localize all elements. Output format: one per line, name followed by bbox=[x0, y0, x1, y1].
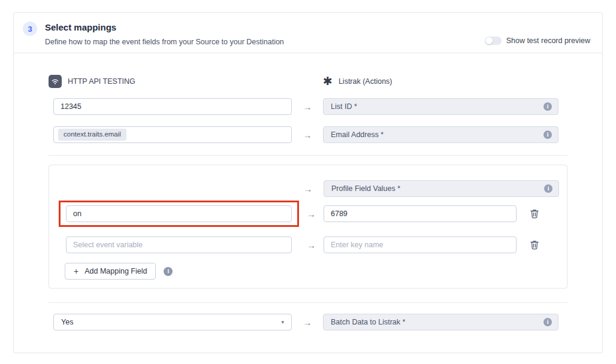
add-mapping-field-button[interactable]: + Add Mapping Field bbox=[65, 263, 156, 280]
destination-field-label: Email Address * bbox=[331, 131, 384, 139]
arrow-right-icon: → bbox=[292, 130, 323, 140]
toggle-switch-icon[interactable] bbox=[485, 37, 502, 45]
destination-column-header: ✱ Listrak (Actions) bbox=[323, 77, 392, 87]
add-mapping-field-row: + Add Mapping Field i bbox=[65, 263, 567, 280]
email-source-cell: context.traits.email bbox=[53, 126, 292, 143]
trash-icon bbox=[530, 240, 539, 250]
arrow-right-icon: → bbox=[299, 209, 324, 219]
key-name-cell bbox=[324, 236, 517, 253]
batch-destination-cell: Batch Data to Listrak * i bbox=[323, 314, 558, 330]
batch-source-cell: Yes ▾ bbox=[53, 314, 292, 330]
source-name: HTTP API TESTING bbox=[68, 77, 135, 86]
mappings-content: HTTP API TESTING ✱ Listrak (Actions) → L… bbox=[49, 53, 567, 330]
page-subtitle: Define how to map the event fields from … bbox=[45, 38, 485, 46]
toggle-knob bbox=[485, 37, 493, 44]
mapping-row-batch: Yes ▾ → Batch Data to Listrak * i bbox=[49, 314, 567, 330]
profile-destination-cell: Profile Field Values * i bbox=[324, 180, 559, 197]
page-title: Select mappings bbox=[45, 22, 485, 32]
destination-name: Listrak (Actions) bbox=[339, 77, 392, 86]
variable-tag[interactable]: context.traits.email bbox=[58, 129, 126, 141]
destination-field-label: Profile Field Values * bbox=[331, 184, 400, 193]
key-name-cell bbox=[324, 205, 517, 222]
key-value-pair-row: → bbox=[49, 232, 567, 258]
section-divider bbox=[49, 302, 567, 303]
select-value: Yes bbox=[61, 318, 73, 326]
list-id-destination-field: List ID * i bbox=[323, 98, 558, 115]
mapping-row-profile-field-values: → Profile Field Values * i bbox=[49, 180, 567, 197]
key-name-input[interactable] bbox=[324, 205, 517, 222]
key-value-pair-row: → bbox=[49, 201, 567, 227]
plus-icon: + bbox=[74, 266, 78, 276]
event-variable-input[interactable] bbox=[66, 205, 292, 222]
profile-destination-field: Profile Field Values * i bbox=[324, 180, 559, 197]
profile-field-values-group: → Profile Field Values * i → bbox=[49, 165, 567, 289]
source-wifi-icon bbox=[49, 75, 62, 88]
destination-field-label: Batch Data to Listrak * bbox=[331, 318, 405, 326]
email-destination-cell: Email Address * i bbox=[323, 126, 558, 143]
mapping-row-email: context.traits.email → Email Address * i bbox=[49, 126, 567, 143]
delete-row-button[interactable] bbox=[529, 208, 540, 220]
step-number-badge: 3 bbox=[23, 22, 37, 36]
trash-icon bbox=[530, 209, 539, 219]
pair-input-wrap bbox=[59, 232, 299, 258]
arrow-right-icon: → bbox=[292, 184, 324, 194]
card-header: 3 Select mappings Define how to map the … bbox=[14, 13, 602, 53]
arrow-right-icon: → bbox=[299, 240, 324, 250]
highlight-annotation bbox=[59, 201, 299, 227]
destination-field-label: List ID * bbox=[331, 102, 357, 111]
batch-select[interactable]: Yes ▾ bbox=[53, 314, 292, 330]
arrow-right-icon: → bbox=[292, 102, 323, 112]
header-text-block: Select mappings Define how to map the ev… bbox=[45, 20, 485, 46]
key-name-input[interactable] bbox=[324, 236, 517, 253]
info-icon[interactable]: i bbox=[164, 267, 173, 276]
select-mappings-card: 3 Select mappings Define how to map the … bbox=[13, 12, 603, 353]
arrow-right-icon: → bbox=[292, 317, 323, 327]
column-headers: HTTP API TESTING ✱ Listrak (Actions) bbox=[49, 75, 567, 88]
add-mapping-field-label: Add Mapping Field bbox=[84, 267, 147, 275]
section-divider bbox=[49, 155, 567, 156]
info-icon[interactable]: i bbox=[543, 131, 552, 139]
listrak-asterisk-icon: ✱ bbox=[323, 75, 333, 87]
info-icon[interactable]: i bbox=[543, 318, 552, 326]
list-id-source-cell bbox=[53, 98, 292, 115]
mapping-row-list-id: → List ID * i bbox=[49, 98, 567, 115]
delete-row-button[interactable] bbox=[529, 239, 540, 251]
event-variable-input[interactable] bbox=[66, 236, 292, 253]
info-icon[interactable]: i bbox=[543, 102, 552, 111]
list-id-input[interactable] bbox=[53, 98, 292, 115]
email-destination-field: Email Address * i bbox=[323, 126, 558, 143]
email-variable-input[interactable]: context.traits.email bbox=[53, 126, 292, 143]
toggle-label: Show test record preview bbox=[506, 37, 590, 45]
batch-destination-field: Batch Data to Listrak * i bbox=[323, 314, 558, 330]
info-icon[interactable]: i bbox=[544, 184, 552, 193]
show-test-record-toggle[interactable]: Show test record preview bbox=[485, 37, 590, 45]
caret-down-icon: ▾ bbox=[281, 319, 284, 325]
list-id-destination-cell: List ID * i bbox=[323, 98, 558, 115]
source-column-header: HTTP API TESTING bbox=[49, 75, 323, 88]
